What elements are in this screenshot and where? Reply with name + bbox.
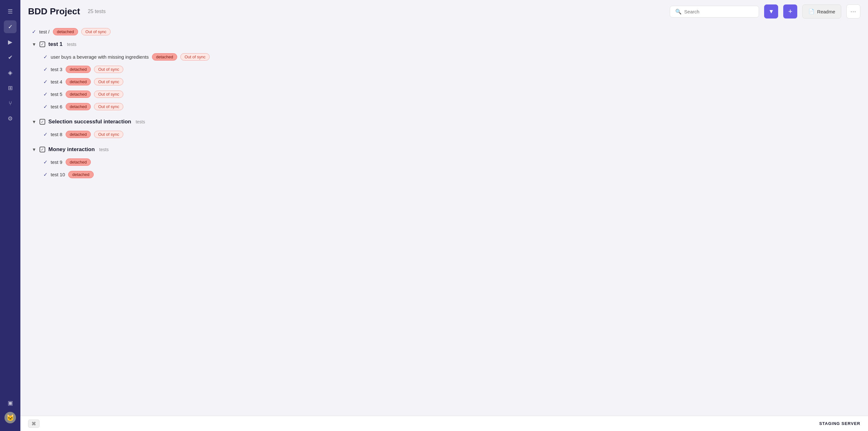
detached-badge: detached: [66, 91, 91, 98]
avatar[interactable]: 🐱: [4, 412, 16, 423]
check-mark-icon: ✓: [43, 54, 48, 60]
footer: ⌘ STAGING SERVER: [21, 416, 868, 431]
section-test1: ▼ ✓ test 1 tests ✓ user buys a beverage …: [28, 38, 860, 113]
section-checkbox: ✓: [39, 119, 45, 125]
test-row[interactable]: ✓ test 3 detached Out of sync: [39, 63, 860, 75]
test-row[interactable]: ✓ test 4 detached Out of sync: [39, 75, 860, 88]
test-count: 25 tests: [88, 9, 105, 14]
test-name: test 10: [51, 172, 65, 177]
check-icon[interactable]: ✓: [4, 21, 17, 33]
test-name: user buys a beverage with missing ingred…: [51, 54, 149, 60]
test-name: test 3: [51, 67, 62, 72]
branch-icon[interactable]: ⑂: [4, 97, 17, 110]
main-panel: BDD Project 25 tests 🔍 ▼ + 📄 Readme ··· …: [21, 0, 868, 431]
section-title: Money interaction: [49, 146, 95, 153]
section-money-children: ✓ test 9 detached ✓ test 10 detached: [28, 156, 860, 181]
check-mark-icon: ✓: [43, 91, 48, 97]
test-row[interactable]: ✓ test 6 detached Out of sync: [39, 100, 860, 113]
more-button[interactable]: ···: [846, 4, 860, 19]
out-of-sync-badge: Out of sync: [94, 103, 123, 110]
test-name: test 4: [51, 79, 62, 85]
check-mark-icon: ✓: [32, 29, 36, 35]
check-mark-icon: ✓: [43, 159, 48, 165]
server-label: STAGING SERVER: [819, 421, 860, 426]
test-name: test 5: [51, 92, 62, 97]
test-row[interactable]: ✓ test 8 detached Out of sync: [39, 128, 860, 141]
test-row[interactable]: ✓ test 9 detached: [39, 156, 860, 168]
detached-badge: detached: [66, 103, 91, 110]
settings-icon[interactable]: ⚙: [4, 112, 17, 125]
test-row[interactable]: ✓ test 10 detached: [39, 168, 860, 181]
section-checkbox: ✓: [39, 41, 45, 47]
detached-badge: detached: [152, 53, 178, 61]
detached-badge: detached: [68, 171, 94, 178]
section-checkbox: ✓: [39, 147, 45, 152]
section-test1-children: ✓ user buys a beverage with missing ingr…: [28, 51, 860, 113]
top-test-name: test /: [39, 29, 50, 34]
content-area: ✓ test / detached Out of sync ▼ ✓ test 1…: [21, 23, 868, 416]
collapse-icon: ▼: [32, 147, 36, 152]
check-mark-icon: ✓: [43, 79, 48, 85]
layers-icon[interactable]: ◈: [4, 66, 17, 79]
page-title: BDD Project: [28, 6, 80, 17]
check-mark-icon: ✓: [43, 131, 48, 137]
section-selection-header[interactable]: ▼ ✓ Selection successful interaction tes…: [28, 115, 860, 128]
search-icon: 🔍: [675, 9, 682, 15]
out-of-sync-badge: Out of sync: [94, 91, 123, 98]
out-of-sync-badge: Out of sync: [180, 53, 210, 61]
cmd-button[interactable]: ⌘: [28, 420, 39, 428]
list-check-icon[interactable]: ✔: [4, 51, 17, 64]
detached-badge: detached: [66, 158, 91, 166]
readme-label: Readme: [817, 9, 835, 14]
section-title: Selection successful interaction: [49, 119, 131, 125]
section-title: test 1: [49, 41, 62, 48]
section-money: ▼ ✓ Money interaction tests ✓ test 9 det…: [28, 143, 860, 181]
section-money-header[interactable]: ▼ ✓ Money interaction tests: [28, 143, 860, 156]
test-row[interactable]: ✓ user buys a beverage with missing ingr…: [39, 51, 860, 63]
folder-icon[interactable]: ▣: [4, 397, 17, 409]
detached-badge: detached: [66, 66, 91, 73]
readme-icon: 📄: [808, 9, 814, 14]
collapse-icon: ▼: [32, 119, 36, 124]
test-name: test 8: [51, 132, 62, 137]
detached-badge: detached: [66, 78, 91, 86]
play-icon[interactable]: ▶: [4, 36, 17, 49]
filter-button[interactable]: ▼: [764, 4, 778, 19]
test-row[interactable]: ✓ test 5 detached Out of sync: [39, 88, 860, 100]
detached-badge: detached: [66, 131, 91, 138]
out-of-sync-badge: Out of sync: [94, 66, 123, 73]
test-name: test 6: [51, 104, 62, 109]
sidebar: ☰ ✓ ▶ ✔ ◈ ⊞ ⑂ ⚙ ▣ 🐱: [0, 0, 21, 431]
search-box[interactable]: 🔍: [670, 6, 759, 18]
readme-button[interactable]: 📄 Readme: [802, 4, 841, 19]
out-of-sync-badge: Out of sync: [94, 78, 123, 86]
section-selection: ▼ ✓ Selection successful interaction tes…: [28, 115, 860, 141]
header: BDD Project 25 tests 🔍 ▼ + 📄 Readme ···: [21, 0, 868, 23]
top-test-item[interactable]: ✓ test / detached Out of sync: [28, 26, 860, 38]
check-mark-icon: ✓: [43, 172, 48, 178]
out-of-sync-badge: Out of sync: [94, 131, 123, 138]
section-selection-children: ✓ test 8 detached Out of sync: [28, 128, 860, 141]
section-subtitle: tests: [99, 147, 108, 152]
section-subtitle: tests: [67, 42, 76, 47]
check-mark-icon: ✓: [43, 103, 48, 110]
detached-badge: detached: [53, 28, 79, 35]
search-input[interactable]: [684, 9, 754, 14]
test-name: test 9: [51, 159, 62, 165]
add-button[interactable]: +: [783, 4, 797, 19]
menu-icon[interactable]: ☰: [4, 5, 17, 18]
out-of-sync-badge: Out of sync: [81, 28, 111, 35]
check-mark-icon: ✓: [43, 66, 48, 72]
section-test1-header[interactable]: ▼ ✓ test 1 tests: [28, 38, 860, 51]
import-icon[interactable]: ⊞: [4, 82, 17, 94]
section-subtitle: tests: [136, 119, 145, 124]
collapse-icon: ▼: [32, 42, 36, 47]
